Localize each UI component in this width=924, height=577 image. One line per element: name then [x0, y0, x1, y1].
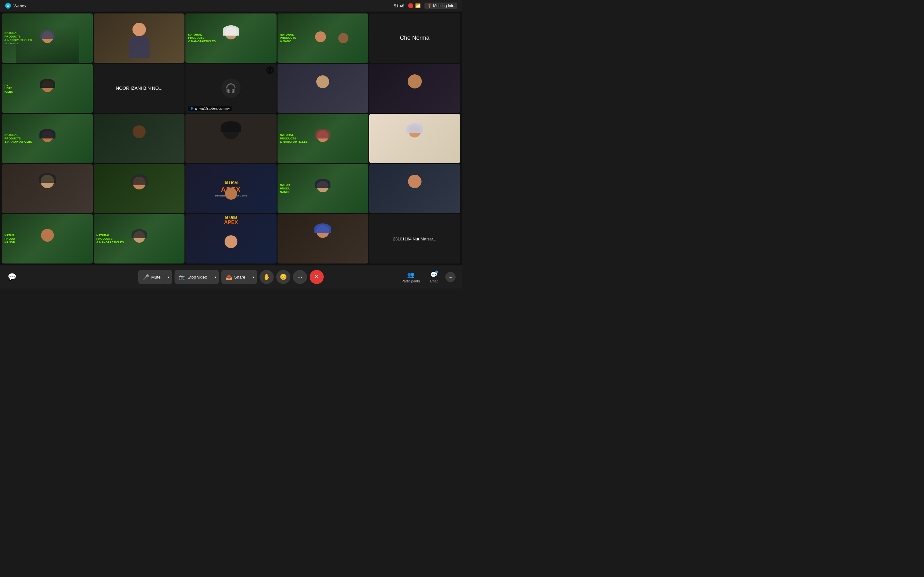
share-main-button[interactable]: 📤 Share [221, 270, 250, 284]
end-call-icon: ✕ [314, 274, 319, 280]
video-tile-25[interactable]: 23101184 Nur Maisar... [369, 214, 460, 263]
participant-name-display-3: 23101184 Nur Maisar... [390, 234, 439, 245]
signal-icon: 📶 [415, 3, 421, 8]
video-tile-1[interactable]: NATURALPRODUCTS& NANOPARTICLES 21 MAY 20… [2, 13, 93, 63]
meeting-info-button[interactable]: 📍 Meeting Info [425, 3, 457, 9]
location-icon: 📍 [427, 3, 432, 8]
video-tile-8[interactable]: ··· 🎧 👤 amyra@student.usm.my [186, 64, 276, 113]
top-bar-controls: 51:48 📶 📍 Meeting Info [394, 3, 457, 9]
top-bar: W Webex 51:48 📶 📍 Meeting Info [0, 0, 462, 11]
emoji-icon: 😊 [280, 274, 287, 280]
reactions-button[interactable]: 😊 [276, 270, 290, 284]
meeting-timer: 51:48 [394, 3, 404, 8]
toolbar-more-button[interactable]: ··· [445, 272, 456, 282]
participant-email-label: 👤 amyra@student.usm.my [188, 106, 232, 111]
participant-name-display: Che Norma [397, 31, 433, 45]
video-tile-11[interactable]: NATURALPRODUCTS& NANOPARTICLES [2, 114, 93, 163]
participant-name-display-2: NOOR IZANI BIN NO... [113, 82, 166, 94]
video-tile-3[interactable]: NATURALPRODUCTS& NANOPARTICLES [186, 13, 276, 63]
video-grid: NATURALPRODUCTS& NANOPARTICLES 21 MAY 20… [0, 11, 462, 266]
stop-video-main-button[interactable]: 📷 Stop video [174, 270, 212, 284]
video-tile-15[interactable] [369, 114, 460, 163]
video-tile-17[interactable] [94, 164, 184, 213]
chat-label: Chat [430, 279, 438, 283]
recording-indicator [408, 3, 413, 8]
captions-button[interactable]: 💬 [6, 270, 18, 284]
mute-main-button[interactable]: 🎤 Mute [138, 270, 165, 284]
video-tile-10[interactable] [369, 64, 460, 113]
captions-icon: 💬 [8, 273, 16, 281]
meeting-info-label: Meeting Info [433, 3, 454, 8]
toolbar-ellipsis-icon: ··· [449, 274, 452, 279]
toolbar-left-area: 💬 [6, 270, 18, 284]
mute-button-group[interactable]: 🎤 Mute ▾ [138, 270, 172, 284]
video-tile-12[interactable] [94, 114, 184, 163]
participants-label: Participants [401, 279, 420, 283]
share-button-group[interactable]: 📤 Share ▾ [221, 270, 257, 284]
video-tile-5[interactable]: Che Norma [369, 13, 460, 63]
webex-logo-icon: W [5, 3, 11, 9]
app-title-area: W Webex [5, 3, 26, 9]
video-tile-20[interactable] [369, 164, 460, 213]
video-tile-9[interactable] [278, 64, 368, 113]
video-tile-18[interactable]: 🏛 USM APEX Memartabatkan Bahasa Melayu [186, 164, 276, 213]
end-call-button[interactable]: ✕ [310, 270, 324, 284]
more-options-button[interactable]: ··· [293, 270, 307, 284]
video-tile-19[interactable]: NATURPRODUNANOP [278, 164, 368, 213]
video-dropdown-button[interactable]: ▾ [212, 270, 219, 284]
raise-hand-icon: ✋ [263, 274, 270, 280]
participants-button[interactable]: 👥 Participants [399, 270, 422, 284]
share-label: Share [234, 275, 246, 279]
app-title: Webex [13, 3, 26, 8]
video-button-group[interactable]: 📷 Stop video ▾ [174, 270, 218, 284]
video-tile-4[interactable]: NATURALPRODUCTS& NANO [278, 13, 368, 63]
tile-menu-button[interactable]: ··· [266, 66, 274, 74]
chat-notification-badge [435, 271, 438, 273]
mic-icon: 🎤 [143, 274, 149, 280]
stop-video-label: Stop video [187, 275, 207, 279]
video-tile-24[interactable] [278, 214, 368, 263]
video-tile-7[interactable]: NOOR IZANI BIN NO... [94, 64, 184, 113]
headset-icon: 🎧 [221, 79, 241, 98]
mute-dropdown-button[interactable]: ▾ [165, 270, 172, 284]
video-tile-22[interactable]: NATURALPRODUCTS& NANOPARTICLES [94, 214, 184, 263]
raise-hand-button[interactable]: ✋ [260, 270, 274, 284]
share-icon: 📤 [226, 274, 232, 280]
toolbar-right-area: 👥 Participants 💬 Chat ··· [399, 270, 456, 284]
share-dropdown-button[interactable]: ▾ [250, 270, 257, 284]
camera-icon: 📷 [179, 274, 186, 280]
video-tile-21[interactable]: NATURPRODUNANOP [2, 214, 93, 263]
chat-button[interactable]: 💬 Chat [428, 270, 440, 284]
status-icons: 📶 [408, 3, 421, 8]
bottom-toolbar: 💬 🎤 Mute ▾ 📷 Stop video ▾ 📤 Share ▾ ✋ 😊 … [0, 266, 462, 288]
video-tile-13[interactable] [186, 114, 276, 163]
participants-icon: 👥 [407, 271, 414, 278]
video-tile-2[interactable] [94, 13, 184, 63]
video-tile-16[interactable] [2, 164, 93, 213]
video-tile-14[interactable]: NATURALPRODUCTS& NANOPARTICLES [278, 114, 368, 163]
mute-label: Mute [151, 275, 160, 279]
video-tile-6[interactable]: ALUCTSICLES [2, 64, 93, 113]
ellipsis-icon: ··· [297, 274, 302, 280]
video-tile-23[interactable]: 🏛 USM APEX [186, 214, 276, 263]
